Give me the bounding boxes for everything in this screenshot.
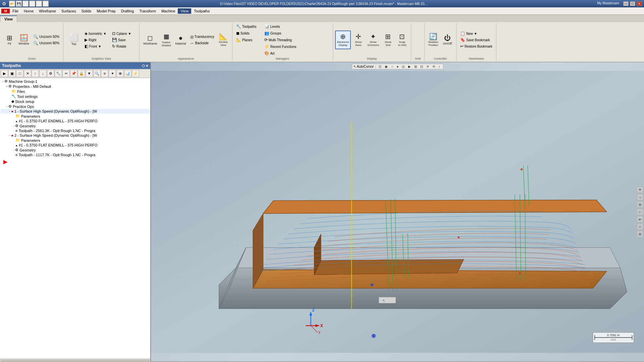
toolpaths-manager-button[interactable]: 🔧 Toolpaths — [234, 23, 261, 29]
toolbar-filter[interactable]: ⊕ — [116, 70, 124, 77]
viewport[interactable]: ↖ AutoCursor | ⊡ ◉ ○ ● ◎ ▶ ⊞ ⊡ ✕ ⟲ ↕ — [151, 62, 644, 361]
tree-files[interactable]: 📁 Files — [1, 89, 150, 94]
vp-tool-3[interactable]: ○ — [390, 64, 394, 69]
qa-undo[interactable]: ↩ — [29, 1, 35, 7]
recent-functions-button[interactable]: ⚡ Recent Functions — [263, 44, 298, 50]
expand-op1-geom[interactable]: − — [13, 124, 14, 128]
menu-home[interactable]: Home — [21, 8, 36, 14]
material-button[interactable]: ● Material — [174, 31, 188, 49]
toolbar-select-all[interactable]: ▣ — [8, 70, 16, 77]
expand-properties[interactable]: + — [6, 85, 8, 88]
advanced-display-button[interactable]: ⊕ AdvancedDisplay — [335, 31, 351, 49]
vp-tool-5[interactable]: ◎ — [400, 64, 406, 69]
tree-op2-params[interactable]: 📁 Parameters — [1, 138, 150, 143]
save-bookmark-button[interactable]: 🔖 Save Bookmark — [459, 37, 494, 43]
menu-view[interactable]: View — [178, 8, 191, 14]
menu-wireframe[interactable]: Wireframe — [36, 8, 59, 14]
vp-tool-8[interactable]: ⊡ — [419, 64, 424, 69]
toolbar-settings[interactable]: ⚙ — [47, 70, 54, 77]
art-button[interactable]: 🎨 Art — [263, 50, 298, 56]
qa-save[interactable]: 💾 — [16, 1, 22, 7]
tree-op1[interactable]: − ● 1 - Surface High Speed (Dynamic Opti… — [1, 109, 150, 114]
front-view-button[interactable]: ◧ Front ▼ — [83, 43, 110, 49]
unzoom50-button[interactable]: 🔍 Unzoom 50% — [32, 34, 61, 40]
toolbar-list[interactable]: ≡ — [101, 70, 108, 77]
qa-print[interactable]: 🖨 — [22, 1, 29, 7]
fit-button[interactable]: ⊞ Fit — [3, 31, 16, 49]
snap-to-grid-button[interactable]: ⊡ Snapto Grid — [395, 31, 409, 49]
tree-op2-geom[interactable]: − ⚙ Geometry — [1, 147, 150, 153]
expand-op2[interactable]: − — [9, 134, 10, 137]
nav-arrow-2[interactable]: ← — [637, 208, 643, 215]
tree-op1-geom[interactable]: − ⚙ Geometry — [1, 123, 150, 128]
panel-float-button[interactable]: ⬡ — [142, 64, 145, 68]
nav-arrow-1[interactable]: → — [637, 194, 643, 200]
tree-op1-tool[interactable]: ⬥ #1 - 0.3750 FLAT ENDMILL - 375 HIGH PE… — [1, 119, 150, 123]
toolbar-cut[interactable]: ✂ — [62, 70, 70, 77]
tree-op2-toolpath[interactable]: ≡ Toolpath - 1117.7K - Opti Rough 1.NC -… — [1, 153, 150, 157]
nav-arrow-3[interactable]: ⇐ — [637, 216, 643, 223]
tree-op2-tool[interactable]: ⬥ #1 - 0.3750 FLAT ENDMILL - 375 HIGH PE… — [1, 143, 150, 147]
nav-circle[interactable]: ○ — [637, 223, 643, 230]
wireframe-button[interactable]: ◻ Wireframe — [142, 31, 159, 49]
new-viewsheet-button[interactable]: 📋 New ▼ — [459, 31, 494, 37]
right-view-button[interactable]: ▶ Right — [83, 37, 110, 43]
toolbar-pin[interactable]: 📌 — [70, 70, 77, 77]
onoff-button[interactable]: ⏻ On/Off — [441, 31, 454, 49]
toolbar-zoom[interactable]: 🔍 — [93, 70, 101, 77]
toolbar-tool[interactable]: 🔧 — [55, 70, 62, 77]
menu-drafting[interactable]: Drafting — [118, 8, 137, 14]
toolbar-star[interactable]: ✦ — [109, 70, 116, 77]
panel-scrollbar[interactable] — [0, 359, 150, 361]
nav-plus[interactable]: + — [637, 186, 643, 193]
isometric-button[interactable]: ◈ Isometric ▼ — [83, 31, 110, 37]
tree-machine-group[interactable]: − ⚙ Machine Group-1 — [1, 79, 150, 84]
toolbar-lock[interactable]: 🔒 — [78, 70, 85, 77]
menu-solids[interactable]: Solids — [78, 8, 94, 14]
vp-tool-2[interactable]: ◉ — [383, 64, 389, 69]
my-mastercam[interactable]: My Mastercam — [597, 1, 619, 6]
minimize-button[interactable]: ─ — [623, 1, 629, 6]
show-grid-button[interactable]: ⊞ ShowGrid — [381, 31, 395, 49]
solids-manager-button[interactable]: ◼ Solids — [234, 30, 261, 36]
window-button[interactable]: 🪟 Window — [17, 31, 31, 49]
toolbar-deselect[interactable]: □ — [16, 70, 23, 77]
rotate-button[interactable]: ↻ Rotate — [110, 43, 137, 49]
toolbar-delete[interactable]: ✕ — [24, 70, 31, 77]
levels-button[interactable]: 📊 Levels — [263, 23, 298, 29]
vp-tool-10[interactable]: ⟲ — [431, 64, 436, 69]
vp-tool-6[interactable]: ▶ — [407, 64, 412, 69]
show-gnomons-button[interactable]: ✦ ShowGnomons — [366, 31, 381, 49]
menu-file[interactable]: File — [10, 8, 21, 14]
outline-shaded-button[interactable]: ◼ OutlineShaded — [160, 31, 173, 49]
rotation-position-button[interactable]: 🔄 RotationPosition — [427, 31, 440, 49]
nav-target[interactable]: ⊙ — [637, 201, 643, 208]
menu-toolpaths[interactable]: Toolpaths — [191, 8, 212, 14]
cplane-button[interactable]: ⊡ Cplane ▼ — [110, 31, 137, 37]
tree-op2[interactable]: − ● 2 - Surface High Speed (Dynamic Opti… — [1, 133, 150, 138]
ribbon-tab-view[interactable]: View — [0, 15, 17, 22]
planes-manager-button[interactable]: 📐 Planes — [234, 37, 261, 43]
tree-practice-ops[interactable]: − ⚙ Practice Ops — [1, 104, 150, 109]
qa-open[interactable]: 📂 — [9, 1, 15, 7]
qa-more[interactable]: ▼ — [43, 1, 49, 7]
expand-machine[interactable]: − — [2, 80, 4, 83]
maximize-button[interactable]: □ — [630, 1, 635, 6]
tree-properties[interactable]: + ⚙ Properties - Mill Default — [1, 84, 150, 89]
vp-tool-9[interactable]: ✕ — [425, 64, 430, 69]
menu-model-prep[interactable]: Model Prep — [94, 8, 118, 14]
top-view-button[interactable]: ⬜ Top — [65, 31, 82, 49]
mastercam-logo[interactable]: M — [1, 9, 10, 13]
toolbar-regenerate[interactable]: ▶ — [1, 70, 8, 77]
tree-tool-settings[interactable]: 🔧 Tool settings — [1, 94, 150, 99]
tree-stock-setup[interactable]: ◆ Stock setup — [1, 99, 150, 104]
vp-tool-11[interactable]: ↕ — [437, 64, 441, 69]
unzoom80-button[interactable]: 🔍 Unzoom 80% — [32, 40, 61, 46]
expand-practice[interactable]: − — [6, 105, 8, 108]
backside-button[interactable]: ↔ Backside — [189, 40, 216, 46]
section-view-button[interactable]: 📐 SectionView — [217, 31, 230, 49]
menu-surfaces[interactable]: Surfaces — [59, 8, 78, 14]
expand-op1[interactable]: − — [9, 110, 10, 113]
groups-button[interactable]: 👥 Groups — [263, 30, 298, 36]
vp-tool-4[interactable]: ● — [395, 64, 400, 69]
